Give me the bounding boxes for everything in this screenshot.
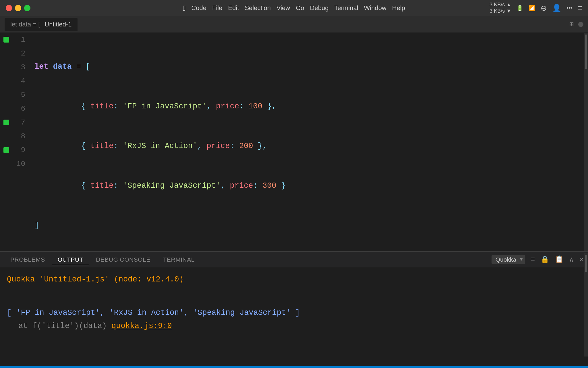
line-row-4: 4 xyxy=(0,74,30,88)
prop-title-4: title xyxy=(90,179,113,193)
split-editor-icon[interactable]: ⊞ xyxy=(570,20,574,28)
more-icon: ••• xyxy=(566,5,572,11)
prop-price-2: price xyxy=(216,99,239,113)
tab-filename: Untitled-1 xyxy=(45,21,71,28)
menu-edit[interactable]: Edit xyxy=(225,3,242,13)
output-at-line: at f('title')(data) quokka.js:9:0 xyxy=(7,320,581,333)
line-row-7: 7 xyxy=(0,116,30,129)
line-num-10: 10 xyxy=(13,160,30,168)
line-row-9: 9 xyxy=(0,143,30,157)
panel-tabs: PROBLEMS OUTPUT DEBUG CONSOLE TERMINAL Q… xyxy=(0,252,588,267)
editor-tab[interactable]: let data = [ Untitled-1 xyxy=(5,18,78,31)
apple-menu[interactable]:  xyxy=(180,3,189,14)
line-row-2: 2 xyxy=(0,47,30,60)
line-num-6: 6 xyxy=(13,104,30,113)
line-numbers-column: 1 2 3 4 5 6 7 xyxy=(0,33,30,251)
panel-scrollbar[interactable] xyxy=(584,253,588,356)
tab-problems[interactable]: PROBLEMS xyxy=(5,254,51,265)
traffic-lights xyxy=(6,5,30,11)
circle-icon xyxy=(578,22,583,27)
minimize-button[interactable] xyxy=(15,5,21,11)
tab-prefix: let data = [ xyxy=(10,21,40,28)
line-num-1: 1 xyxy=(13,35,30,44)
var-data: data xyxy=(53,60,72,74)
num-100: 100 xyxy=(248,99,262,113)
punct-brace-2: { xyxy=(81,99,86,113)
run-indicator-1 xyxy=(0,37,13,43)
copy-icon[interactable]: 📋 xyxy=(555,255,564,264)
prop-price-4: price xyxy=(230,179,253,193)
op-bracket-close: ] xyxy=(34,218,39,232)
code-line-5: ] xyxy=(30,218,584,232)
titlebar-left xyxy=(6,5,30,11)
line-row-5: 5 xyxy=(0,88,30,102)
menu-go[interactable]: Go xyxy=(293,3,307,13)
menu-window[interactable]: Window xyxy=(361,3,389,13)
line-num-3: 3 xyxy=(13,63,30,72)
output-source-select-wrapper: Quokka ▼ xyxy=(492,255,525,264)
menu-selection[interactable]: Selection xyxy=(242,3,274,13)
line-row-3: 3 xyxy=(0,60,30,74)
chevron-up-icon[interactable]: ∧ xyxy=(569,255,573,264)
prop-title-3: title xyxy=(90,139,113,153)
op-eq-1: = xyxy=(76,60,81,74)
titlebar-right: 3 KB/s ▲3 KB/s ▼ 🔋 📶 ⊖ 👤 ••• ☰ xyxy=(490,2,582,14)
prop-title-2: title xyxy=(90,99,113,113)
tab-debug-console[interactable]: DEBUG CONSOLE xyxy=(90,254,156,265)
output-source-select[interactable]: Quokka xyxy=(492,255,525,264)
code-line-2: { title: 'FP in JavaScript', price: 100 … xyxy=(30,99,584,113)
maximize-button[interactable] xyxy=(24,5,30,11)
close-button[interactable] xyxy=(6,5,12,11)
close-panel-icon[interactable]: ✕ xyxy=(579,255,583,264)
scrollbar-thumb[interactable] xyxy=(585,34,587,69)
panel-tabs-right: Quokka ▼ ≡ 🔒 📋 ∧ ✕ xyxy=(492,255,583,264)
menu-view[interactable]: View xyxy=(274,3,293,13)
network-speed: 3 KB/s ▲3 KB/s ▼ xyxy=(490,2,511,14)
str-speaking: 'Speaking JavaScript' xyxy=(123,179,220,193)
list-icon: ☰ xyxy=(577,5,582,12)
editor-area: 1 2 3 4 5 6 7 xyxy=(0,33,588,251)
tabbar: let data = [ Untitled-1 ⊞ xyxy=(0,16,588,33)
num-200: 200 xyxy=(239,139,253,153)
num-300: 300 xyxy=(262,179,276,193)
code-content[interactable]: let data = [ { title: 'FP in JavaScript'… xyxy=(30,33,584,251)
wifi-icon: 📶 xyxy=(529,5,535,12)
punct-brace-4: { xyxy=(81,179,86,193)
output-panel: PROBLEMS OUTPUT DEBUG CONSOLE TERMINAL Q… xyxy=(0,251,588,366)
editor-scrollbar[interactable] xyxy=(584,33,588,251)
lock-icon[interactable]: 🔒 xyxy=(541,255,549,264)
line-row-6: 6 xyxy=(0,102,30,116)
user-icon: 👤 xyxy=(552,4,561,13)
run-indicator-7 xyxy=(0,120,13,125)
run-dot-7 xyxy=(3,120,9,125)
output-array-result: [ 'FP in JavaScript', 'RxJS in Action', … xyxy=(7,306,581,320)
minus-icon: ⊖ xyxy=(541,4,547,13)
line-row-10: 10 xyxy=(0,157,30,171)
run-indicator-9 xyxy=(0,147,13,153)
line-num-5: 5 xyxy=(13,91,30,99)
menu-file[interactable]: File xyxy=(209,3,225,13)
line-num-8: 8 xyxy=(13,132,30,141)
prop-price-3: price xyxy=(207,139,230,153)
code-line-4: { title: 'Speaking JavaScript', price: 3… xyxy=(30,179,584,193)
tabbar-right: ⊞ xyxy=(570,20,583,28)
str-rxjs: 'RxJS in Action' xyxy=(123,139,197,153)
menu-code[interactable]: Code xyxy=(188,3,209,13)
menu-debug[interactable]: Debug xyxy=(307,3,332,13)
panel-scrollbar-thumb[interactable] xyxy=(585,255,587,272)
tab-terminal[interactable]: TERMINAL xyxy=(157,254,200,265)
run-dot-9 xyxy=(3,147,9,153)
output-link[interactable]: quokka.js:9:0 xyxy=(111,322,172,330)
code-line-1: let data = [ xyxy=(30,60,584,74)
titlebar:  Code File Edit Selection View Go Debug… xyxy=(0,0,588,16)
line-row-1: 1 xyxy=(0,33,30,47)
tab-output[interactable]: OUTPUT xyxy=(52,254,89,265)
line-num-2: 2 xyxy=(13,49,30,58)
list-filter-icon[interactable]: ≡ xyxy=(531,256,535,263)
menu-terminal[interactable]: Terminal xyxy=(331,3,361,13)
line-num-4: 4 xyxy=(13,77,30,85)
keyword-let-1: let xyxy=(34,60,49,74)
run-dot-1 xyxy=(3,37,9,43)
panel-content: Quokka 'Untitled-1.js' (node: v12.4.0) [… xyxy=(0,267,588,366)
menu-help[interactable]: Help xyxy=(389,3,408,13)
